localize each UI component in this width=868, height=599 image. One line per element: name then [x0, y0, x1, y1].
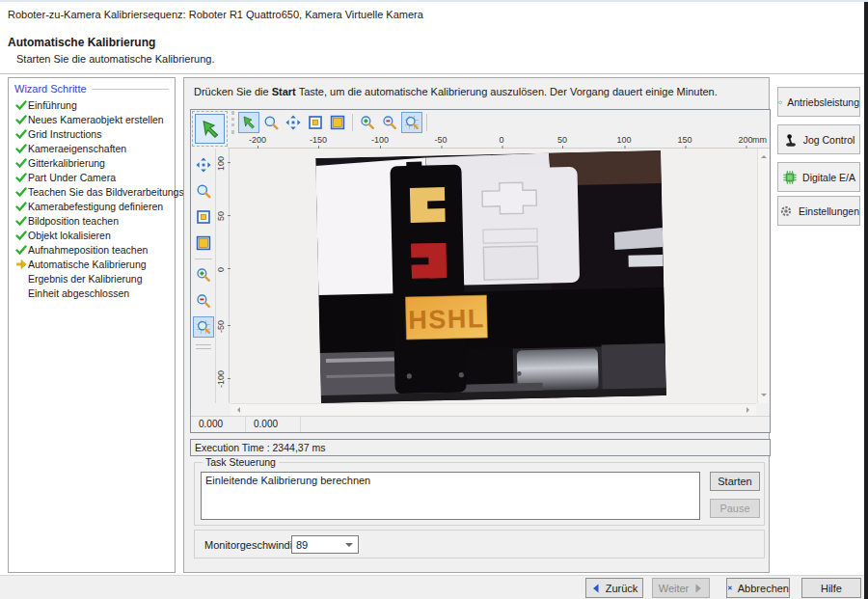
scroll-right-icon[interactable]	[746, 407, 752, 413]
ruler-tick-label: 100	[216, 156, 228, 171]
region-small-button[interactable]	[305, 112, 326, 133]
pause-button[interactable]: Pause	[710, 499, 760, 518]
wizard-steps-panel: Wizard Schritte Einführung Neues Kamerao…	[8, 77, 176, 573]
cancel-button-label: Abbrechen	[738, 583, 789, 594]
vertical-scrollbar[interactable]	[757, 149, 770, 403]
select-arrow-icon	[241, 115, 257, 130]
chip-icon	[782, 170, 798, 185]
ruler-tick-label: -50	[216, 320, 228, 333]
coordinate-x: 0.000	[191, 417, 246, 432]
ruler-tick-label: 50	[216, 211, 228, 221]
select-arrow-button[interactable]	[195, 114, 225, 144]
cancel-button[interactable]: Abbrechen	[726, 578, 790, 598]
region-large-button[interactable]	[193, 232, 214, 254]
check-icon	[14, 201, 28, 212]
region-small-button[interactable]	[193, 206, 214, 228]
scroll-down-icon[interactable]	[761, 394, 767, 399]
zoom-in-button[interactable]	[357, 112, 378, 133]
ruler-tick-label: 0	[216, 267, 228, 272]
close-icon	[727, 583, 733, 593]
region-large-icon	[330, 115, 345, 130]
magnifier-icon	[263, 115, 279, 130]
scroll-up-icon[interactable]	[761, 152, 767, 158]
footer-bar: Zurück Weiter Abbrechen Hilfe	[0, 575, 864, 599]
check-icon	[14, 244, 28, 256]
side-button-label: Digitale E/A	[802, 172, 855, 183]
monitor-speed-select[interactable]: 89	[291, 535, 359, 554]
wizard-step: Kamerabefestigung definieren	[9, 199, 175, 213]
settings-button[interactable]: Einstellungen	[777, 196, 860, 226]
zoom-fit-button[interactable]	[401, 112, 422, 133]
instruction-prefix: Drücken Sie die	[194, 86, 272, 97]
toolbar-grip	[196, 344, 211, 349]
check-icon	[14, 172, 28, 183]
chevron-down-icon	[345, 543, 353, 551]
joystick-icon	[783, 132, 799, 148]
check-icon	[14, 128, 28, 140]
wizard-step: Grid Instructions	[9, 126, 175, 141]
check-icon	[14, 230, 28, 241]
scroll-left-icon[interactable]	[234, 407, 240, 413]
power-icon	[778, 95, 782, 110]
wizard-step: Aufnahmeposition teachen	[9, 242, 175, 257]
ruler-tick-label: -200	[249, 135, 266, 145]
task-control-group: Task Steuerung Einleitende Kalibrierung …	[194, 462, 765, 526]
region-large-icon	[196, 235, 211, 251]
check-icon	[14, 143, 28, 154]
blank-icon	[14, 287, 28, 299]
zoom-out-icon	[196, 293, 211, 309]
wizard-step: Objekt lokalisieren	[9, 228, 175, 242]
wizard-step: Einführung	[9, 97, 175, 112]
horizontal-scrollbar[interactable]	[231, 403, 756, 416]
wizard-step: Ergebnis der Kalibrierung	[9, 271, 175, 286]
wizard-step: Kameraeigenschaften	[9, 141, 175, 155]
back-button-label: Zurück	[606, 583, 638, 594]
task-log[interactable]: Einleitende Kalibrierung berechnen	[201, 472, 700, 520]
select-arrow-icon	[200, 119, 221, 140]
back-button[interactable]: Zurück	[585, 578, 643, 598]
select-arrow-button[interactable]	[238, 112, 259, 133]
pan-icon	[196, 157, 211, 173]
magnifier-button[interactable]	[260, 112, 282, 133]
check-icon	[14, 186, 28, 198]
start-button[interactable]: Starten	[710, 472, 760, 491]
zoom-fit-icon	[404, 115, 420, 130]
drive-power-button[interactable]: Antriebsleistung	[777, 87, 860, 117]
page-subtitle: Starten Sie die automatische Kalibrierun…	[16, 53, 214, 65]
blank-icon	[14, 273, 28, 285]
digital-io-button[interactable]: Digitale E/A	[777, 162, 860, 192]
page-title: Automatische Kalibrierung	[8, 36, 155, 49]
zoom-in-button[interactable]	[193, 264, 214, 286]
magnifier-button[interactable]	[193, 180, 214, 202]
pan-icon	[285, 115, 301, 130]
wizard-window: Roboter-zu-Kamera Kalibriersequenz: Robo…	[0, 0, 868, 599]
zoom-out-button[interactable]	[193, 290, 214, 312]
execution-time-bar: Execution Time : 2344,37 ms	[190, 439, 771, 456]
monitor-speed-value: 89	[296, 539, 308, 551]
chevron-left-icon	[591, 583, 601, 594]
jog-control-button[interactable]: Jog Control	[777, 124, 860, 154]
wizard-step: Teachen Sie das Bildverarbeitungsmodell	[9, 184, 175, 199]
next-button[interactable]: Weiter	[652, 578, 710, 598]
side-button-label: Antriebsleistung	[787, 96, 859, 108]
region-large-button[interactable]	[327, 112, 348, 133]
side-button-label: Einstellungen	[799, 205, 859, 217]
pan-button[interactable]	[283, 112, 304, 133]
zoom-out-button[interactable]	[379, 112, 400, 133]
wizard-step: Neues Kameraobjekt erstellen	[9, 112, 175, 126]
instruction-suffix: Taste, um die automatische Kalibrierung …	[296, 86, 718, 97]
check-icon	[14, 215, 28, 227]
camera-viewport[interactable]: HSHL	[231, 149, 756, 403]
pan-button[interactable]	[193, 154, 214, 176]
camera-image: HSHL	[314, 150, 667, 403]
ruler-tick-label: -50	[434, 135, 447, 145]
help-button[interactable]: Hilfe	[801, 578, 861, 598]
wizard-step: Bildposition teachen	[9, 213, 175, 228]
ruler-tick-label: 0	[499, 135, 503, 145]
check-icon	[14, 157, 28, 169]
zoom-fit-button[interactable]	[193, 316, 214, 338]
ruler-tick-label: -150	[310, 135, 327, 145]
zoom-in-icon	[360, 115, 375, 130]
region-small-icon	[308, 115, 323, 130]
wizard-step: Part Under Camera	[9, 170, 175, 184]
